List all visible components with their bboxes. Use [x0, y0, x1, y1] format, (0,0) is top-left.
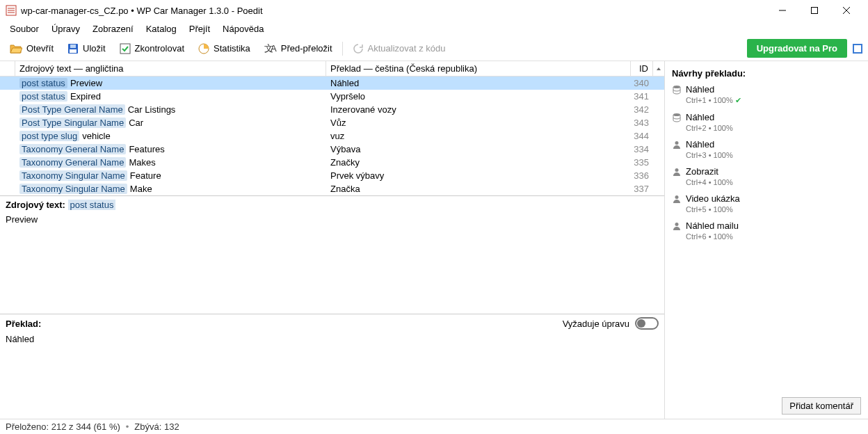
- update-from-code-button[interactable]: Aktualizovat z kódu: [348, 40, 450, 57]
- svg-rect-3: [70, 49, 77, 53]
- suggestion-item[interactable]: NáhledCtrl+3 • 100%: [672, 139, 861, 159]
- svg-point-9: [673, 86, 680, 88]
- table-row[interactable]: post statusExpiredVypršelo341: [0, 90, 664, 103]
- stats-label: Statistika: [214, 43, 250, 54]
- translation-text: Vůz: [326, 118, 631, 128]
- row-id: 342: [631, 104, 653, 115]
- svg-text:A: A: [271, 43, 277, 54]
- check-button[interactable]: Zkontrolovat: [115, 40, 189, 57]
- suggestion-item[interactable]: ZobrazitCtrl+4 • 100%: [672, 166, 861, 186]
- database-icon: [672, 85, 682, 95]
- open-label: Otevřít: [26, 43, 54, 54]
- menu-item[interactable]: Nápověda: [217, 22, 269, 35]
- pie-chart-icon: [198, 43, 209, 54]
- table-row[interactable]: Post Type Singular NameCarVůz343: [0, 116, 664, 129]
- suggestion-item[interactable]: NáhledCtrl+2 • 100%: [672, 112, 861, 132]
- row-id: 335: [631, 157, 653, 168]
- check-icon: ✔: [735, 96, 741, 104]
- source-text: Expired: [70, 91, 101, 102]
- menu-item[interactable]: Soubor: [4, 22, 45, 35]
- suggestions-title: Návrhy překladu:: [672, 68, 861, 79]
- source-text: vehicle: [82, 131, 110, 141]
- svg-point-10: [673, 113, 680, 116]
- row-id: 334: [631, 144, 653, 154]
- context-badge: Taxonomy Singular Name: [19, 170, 127, 181]
- table-row[interactable]: Taxonomy Singular NameFeaturePrvek výbav…: [0, 169, 664, 182]
- suggestion-meta: Ctrl+5 • 100%: [686, 205, 861, 214]
- status-bar: Přeloženo: 212 z 344 (61 %) • Zbývá: 132: [0, 419, 868, 434]
- svg-point-12: [675, 168, 679, 172]
- refresh-icon: [353, 43, 364, 54]
- source-text: Preview: [70, 78, 102, 88]
- suggestion-item[interactable]: Video ukázkaCtrl+5 • 100%: [672, 193, 861, 214]
- stats-button[interactable]: Statistika: [194, 40, 255, 57]
- status-translated: Přeloženo: 212 z 344 (61 %): [6, 421, 120, 432]
- needs-work-label: Vyžaduje úpravu: [563, 319, 629, 329]
- column-id[interactable]: ID: [631, 61, 653, 76]
- suggestion-meta: Ctrl+3 • 100%: [686, 151, 861, 159]
- source-panel: Zdrojový text: post status Preview: [0, 195, 664, 314]
- suggestions-sidebar: Návrhy překladu: NáhledCtrl+1 • 100% ✔Ná…: [665, 61, 868, 419]
- table-row[interactable]: Taxonomy Singular NameMakeZnačka337: [0, 182, 664, 195]
- check-label: Zkontrolovat: [135, 43, 185, 54]
- status-remaining: Zbývá: 132: [134, 421, 179, 432]
- source-value: Preview: [6, 213, 659, 226]
- source-text: Features: [129, 144, 164, 154]
- column-source[interactable]: Zdrojový text — angličtina: [15, 61, 326, 76]
- context-badge: post type slug: [19, 131, 79, 141]
- row-id: 337: [631, 184, 653, 194]
- menu-item[interactable]: Přejít: [184, 22, 216, 35]
- close-button[interactable]: [830, 0, 862, 21]
- menu-item[interactable]: Katalog: [140, 22, 182, 35]
- row-id: 344: [631, 131, 653, 141]
- context-badge: Post Type General Name: [19, 104, 125, 115]
- suggestion-item[interactable]: NáhledCtrl+1 • 100% ✔: [672, 84, 861, 105]
- table-row[interactable]: Taxonomy General NameFeaturesVýbava334: [0, 143, 664, 156]
- table-row[interactable]: post type slugvehiclevuz344: [0, 129, 664, 143]
- row-id: 341: [631, 91, 653, 102]
- scroll-up-icon[interactable]: [653, 66, 664, 72]
- column-translation[interactable]: Překlad — čeština (Česká republika): [326, 61, 631, 76]
- open-button[interactable]: Otevřít: [6, 40, 58, 57]
- menu-item[interactable]: Zobrazení: [87, 22, 139, 35]
- suggestion-meta: Ctrl+6 • 100%: [686, 232, 861, 241]
- title-bar: wp-car-manager-cs_CZ.po • WP Car Manager…: [0, 0, 868, 21]
- translation-input[interactable]: Náhled: [0, 332, 664, 419]
- save-button[interactable]: Uložit: [63, 40, 110, 57]
- suggestion-meta: Ctrl+1 • 100% ✔: [686, 96, 861, 105]
- table-row[interactable]: Taxonomy General NameMakesZnačky335: [0, 156, 664, 169]
- translation-text: Náhled: [326, 78, 631, 88]
- sidebar-toggle-button[interactable]: [853, 44, 862, 54]
- svg-rect-4: [70, 45, 76, 48]
- translation-text: Inzerované vozy: [326, 104, 631, 115]
- maximize-button[interactable]: [798, 0, 830, 21]
- source-text: Car Listings: [128, 104, 176, 115]
- save-icon: [67, 43, 79, 54]
- add-comment-button[interactable]: Přidat komentář: [782, 397, 861, 415]
- source-text: Car: [129, 118, 143, 128]
- check-icon: [120, 43, 131, 54]
- svg-point-11: [675, 141, 679, 145]
- pretranslate-label: Před-přeložit: [281, 43, 332, 54]
- context-badge: post status: [19, 78, 67, 88]
- database-icon: [672, 113, 682, 122]
- context-badge: Taxonomy Singular Name: [19, 184, 127, 194]
- menu-item[interactable]: Úpravy: [46, 22, 86, 35]
- row-id: 343: [631, 118, 653, 128]
- translation-text: Značky: [326, 157, 631, 168]
- suggestion-text: Zobrazit: [686, 166, 718, 177]
- table-row[interactable]: post statusPreviewNáhled340: [0, 77, 664, 90]
- minimize-button[interactable]: [766, 0, 798, 21]
- update-label: Aktualizovat z kódu: [368, 43, 446, 54]
- svg-point-14: [675, 223, 679, 226]
- suggestion-text: Video ukázka: [686, 193, 740, 204]
- suggestion-meta: Ctrl+4 • 100%: [686, 178, 861, 186]
- suggestion-item[interactable]: Náhled mailuCtrl+6 • 100%: [672, 220, 861, 241]
- svg-rect-1: [812, 8, 818, 14]
- upgrade-button[interactable]: Upgradovat na Pro: [747, 39, 847, 58]
- pretranslate-button[interactable]: 文A Před-přeložit: [260, 40, 337, 57]
- user-icon: [672, 140, 682, 150]
- needs-work-toggle[interactable]: [635, 317, 659, 330]
- translation-text: Vypršelo: [326, 91, 631, 102]
- table-row[interactable]: Post Type General NameCar ListingsInzero…: [0, 103, 664, 116]
